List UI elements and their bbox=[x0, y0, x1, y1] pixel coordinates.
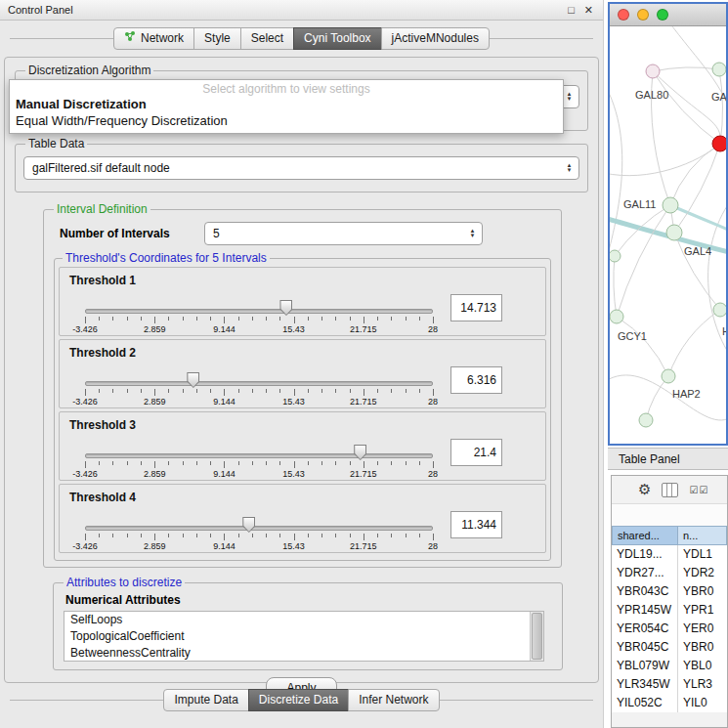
network-node[interactable] bbox=[663, 197, 678, 213]
tick-mark bbox=[377, 534, 378, 537]
slider-track[interactable] bbox=[85, 309, 433, 314]
numerical-attribute-item[interactable]: TopologicalCoefficient bbox=[64, 628, 543, 645]
gear-icon[interactable]: ⚙ bbox=[638, 481, 651, 498]
select-columns-icon[interactable]: ☑☑ bbox=[689, 485, 708, 495]
number-of-intervals-value: 5 bbox=[213, 227, 466, 240]
network-node[interactable] bbox=[646, 64, 660, 78]
tick-mark bbox=[112, 389, 113, 393]
numerical-attribute-item[interactable]: BetweennessCentrality bbox=[64, 645, 543, 662]
network-canvas[interactable]: GAL80GAGAL11GAL4GCY1HAP2H bbox=[610, 26, 726, 444]
slider-thumb[interactable] bbox=[279, 300, 292, 316]
tick-mark bbox=[294, 317, 295, 323]
float-window-icon[interactable]: □ bbox=[568, 4, 575, 16]
mac-minimize-button[interactable] bbox=[637, 9, 649, 21]
algorithm-option-manual-discretization[interactable]: Manual Discretization bbox=[10, 96, 563, 112]
slider-track[interactable] bbox=[85, 526, 433, 531]
table-row[interactable]: YBR043CYBR0 bbox=[612, 582, 727, 601]
slider-thumb[interactable] bbox=[187, 372, 199, 388]
tick-mark bbox=[406, 317, 407, 321]
columns-icon[interactable] bbox=[662, 483, 678, 497]
tick-mark bbox=[168, 461, 169, 465]
combobox-stepper-icon[interactable]: ▲▼ bbox=[563, 92, 576, 102]
tab-network[interactable]: Network bbox=[113, 27, 194, 50]
close-icon[interactable]: ✕ bbox=[584, 4, 593, 17]
tab-infer-network[interactable]: Infer Network bbox=[348, 689, 439, 711]
table-row[interactable]: YIL052CYIL0 bbox=[612, 694, 727, 712]
table-row[interactable]: YER054CYER0 bbox=[612, 620, 727, 638]
attributes-scrollbar[interactable] bbox=[530, 612, 543, 661]
tick-mark bbox=[350, 461, 351, 465]
tab-impute-data[interactable]: Impute Data bbox=[163, 689, 248, 711]
slider-track[interactable] bbox=[85, 453, 433, 458]
tick-mark bbox=[99, 534, 100, 537]
network-node[interactable] bbox=[713, 303, 726, 317]
mac-close-button[interactable] bbox=[618, 9, 629, 21]
combobox-stepper-icon[interactable]: ▲▼ bbox=[563, 163, 576, 173]
threshold-value-field[interactable]: 21.4 bbox=[450, 439, 502, 466]
tick-mark bbox=[252, 534, 253, 537]
scale-label: -3.426 bbox=[72, 397, 98, 407]
threshold-slider[interactable]: -3.4262.8599.14415.4321.71528 bbox=[85, 444, 433, 479]
table-row[interactable]: YPR145WYPR1 bbox=[612, 601, 727, 620]
slider-track[interactable] bbox=[85, 381, 433, 386]
node-label: GA bbox=[711, 91, 726, 103]
tab-style[interactable]: Style bbox=[193, 27, 241, 50]
tick-mark bbox=[391, 317, 392, 321]
tab-jactivemnodules[interactable]: jActiveMNodules bbox=[381, 27, 490, 50]
slider-thumb[interactable] bbox=[242, 517, 255, 533]
scrollbar-thumb[interactable] bbox=[532, 613, 542, 660]
table-row[interactable]: YBR045CYBR0 bbox=[612, 638, 727, 657]
tab-cyni-toolbox[interactable]: Cyni Toolbox bbox=[293, 27, 381, 50]
threshold-slider[interactable]: -3.4262.8599.14415.4321.71528 bbox=[85, 299, 433, 334]
threshold-slider[interactable]: -3.4262.8599.14415.4321.71528 bbox=[85, 516, 433, 551]
numerical-attribute-item[interactable]: SelfLoops bbox=[64, 612, 543, 628]
tab-discretize-data[interactable]: Discretize Data bbox=[248, 689, 349, 711]
numerical-attributes-list[interactable]: SelfLoopsTopologicalCoefficientBetweenne… bbox=[64, 611, 544, 662]
table-cell: YDR2 bbox=[678, 564, 727, 582]
tick-mark bbox=[279, 461, 280, 465]
tick-mark bbox=[183, 534, 184, 537]
number-of-intervals-combobox[interactable]: 5 ▲▼ bbox=[204, 222, 483, 245]
column-header[interactable]: shared... bbox=[612, 526, 678, 545]
slider-thumb[interactable] bbox=[354, 445, 366, 460]
table-panel-toolbar: ⚙ ☑☑ bbox=[612, 476, 727, 503]
table-row[interactable]: YDL19...YDL1 bbox=[612, 545, 727, 564]
algorithm-option-equal-width-frequency[interactable]: Equal Width/Frequency Discretization bbox=[10, 112, 563, 129]
network-node[interactable] bbox=[662, 369, 675, 383]
tick-mark bbox=[335, 317, 336, 321]
threshold-value-field[interactable]: 11.344 bbox=[450, 511, 502, 538]
threshold-label: Threshold 2 bbox=[69, 346, 136, 360]
mac-zoom-button[interactable] bbox=[657, 9, 668, 21]
threshold-value-field[interactable]: 6.316 bbox=[450, 366, 502, 394]
network-node[interactable] bbox=[666, 225, 682, 240]
network-node[interactable] bbox=[610, 250, 621, 262]
number-of-intervals-label: Number of Intervals bbox=[60, 227, 204, 240]
table-cell: YBL079W bbox=[612, 657, 678, 675]
table-data-combobox[interactable]: galFiltered.sif default node ▲▼ bbox=[23, 156, 579, 180]
tick-mark bbox=[183, 389, 184, 393]
node-label: HAP2 bbox=[672, 388, 701, 400]
table-data-title: Table Data bbox=[25, 137, 87, 150]
network-window-titlebar bbox=[610, 4, 726, 26]
network-edge bbox=[617, 317, 668, 376]
threshold-slider[interactable]: -3.4262.8599.14415.4321.71528 bbox=[85, 371, 433, 407]
algorithm-dropdown-popup: Select algorithm to view settings Manual… bbox=[9, 79, 564, 134]
tick-mark bbox=[224, 389, 225, 396]
network-node[interactable] bbox=[712, 136, 726, 151]
column-header[interactable]: n... bbox=[678, 526, 727, 545]
scale-label: 2.859 bbox=[144, 469, 166, 479]
table-row[interactable]: YLR345WYLR3 bbox=[612, 675, 727, 694]
tick-mark bbox=[210, 389, 211, 393]
tick-mark bbox=[252, 389, 253, 393]
table-cell: YBR045C bbox=[612, 638, 678, 657]
network-node[interactable] bbox=[712, 63, 726, 76]
tick-mark bbox=[321, 317, 322, 321]
tab-select[interactable]: Select bbox=[240, 27, 294, 50]
network-node[interactable] bbox=[639, 413, 653, 427]
tick-mark bbox=[308, 534, 309, 537]
table-row[interactable]: YBL079WYBL0 bbox=[612, 657, 727, 675]
threshold-value-field[interactable]: 14.713 bbox=[450, 294, 502, 321]
table-row[interactable]: YDR27...YDR2 bbox=[612, 564, 727, 582]
combobox-stepper-icon[interactable]: ▲▼ bbox=[466, 229, 479, 238]
network-node[interactable] bbox=[610, 310, 623, 323]
